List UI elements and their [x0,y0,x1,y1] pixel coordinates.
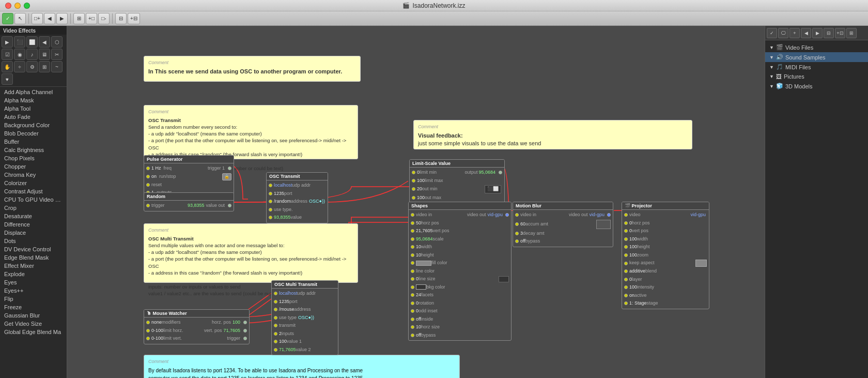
port-mb-bypass: off bypass [513,237,613,246]
random-actor: Random trigger 93,8355 value out [144,192,234,211]
sidebar-icon-play[interactable]: ▶ [2,36,13,48]
sidebar-item-chroma-key[interactable]: Chroma Key [0,171,67,179]
sidebar-icon-stop[interactable]: ⬛ [14,36,25,48]
sidebar-item-dv-device-control[interactable]: DV Device Control [0,245,67,253]
right-btn-next[interactable]: ▶ [812,28,823,38]
port-proj-active: on active [622,292,709,300]
sidebar-item-crop[interactable]: Crop [0,204,67,212]
maximize-button[interactable] [24,3,30,9]
port-name-bypass-shapes: bypass [421,332,436,339]
sidebar-icon-back[interactable]: ◀ [39,36,50,48]
titlebar: 🎬 IsadoraNetwork.izz [0,0,868,11]
sidebar-item-displace[interactable]: Displace [0,229,67,237]
add-scene-button[interactable]: □+ [32,13,43,24]
sidebar-icon-box[interactable]: ⬜ [26,36,38,48]
insert-scene-button[interactable]: +□ [86,13,97,24]
sidebar-icon-sound[interactable]: ♪ [26,49,38,60]
sidebar-item-auto-fade[interactable]: Auto Fade [0,113,67,121]
nav-right-button[interactable]: ▶ [56,13,68,24]
canvas-area[interactable]: Comment In This scene we send data using… [67,26,765,378]
tree-item-midi-files[interactable]: ▼ 🎵 MIDI Files [765,62,868,72]
port-name-m-transmit: transmit [279,322,296,329]
sidebar-item-effect-mixer[interactable]: Effect Mixer [0,262,67,270]
port-dot-addr [269,200,272,203]
grid-button[interactable]: ⊞ [73,13,85,24]
right-btn-add[interactable]: + [789,28,800,38]
right-btn-check[interactable]: ✓ [767,28,777,38]
sidebar-item-explode[interactable]: Explode [0,270,67,278]
sidebar-icon-hand[interactable]: ✋ [2,61,13,72]
tree-item-3d-models[interactable]: ▼ 🧊 3D Models [765,81,868,91]
sidebar-item-eyespp[interactable]: Eyes++ [0,286,67,295]
check-button[interactable]: ✓ [2,13,13,24]
cursor-button[interactable]: ↖ [14,13,26,24]
sidebar-item-contrast-adjust[interactable]: Contrast Adjust [0,187,67,195]
port-dot-proj-height [624,245,628,249]
sidebar-item-alpha-mask[interactable]: Alpha Mask [0,96,67,104]
sidebar-item-add-alpha[interactable]: Add Alpha Channel [0,88,67,96]
main-toolbar: ✓ ↖ □+ ◀ ▶ ⊞ +□ □- ⊟ +⊟ [0,11,868,26]
sidebar-icon-check[interactable]: ☑ [2,49,13,60]
sidebar-item-alpha-tool[interactable]: Alpha Tool [0,104,67,113]
minimize-button[interactable] [14,3,21,9]
sidebar-item-desaturate[interactable]: Desaturate [0,212,67,220]
window-title: IsadoraNetwork.izz [412,2,465,9]
sidebar-item-eyes[interactable]: Eyes [0,278,67,286]
shapes-actor: Shapes video in video out vid-gpu 50 hor… [408,202,512,341]
sidebar-item-blob-decoder[interactable]: Blob Decoder [0,129,67,138]
sidebar-item-freeze[interactable]: Freeze [0,303,67,311]
right-btn-prev[interactable]: ◀ [801,28,811,38]
port-val-proj-blend: additive [629,268,645,275]
sidebar-item-get-video-size[interactable]: Get Video Size [0,320,67,328]
tree-item-video-files[interactable]: ▼ 🎬 Video Files [765,42,868,52]
mouse-watcher-actor: 🖱 Mouse Watcher none modifiers horz. pos… [144,309,250,344]
port-width: 10 width [409,243,511,251]
right-btn-monitor[interactable]: 🖵 [778,28,788,38]
sidebar-item-buffer[interactable]: Buffer [0,138,67,146]
sidebar-item-flip[interactable]: Flip [0,295,67,303]
port-name-proj-layer: layer [632,276,642,283]
sidebar-item-calc-brightness[interactable]: Calc Brightness [0,146,67,154]
sidebar-item-edge-blend[interactable]: Edge Blend Mask [0,253,67,262]
sidebar-icon-hex[interactable]: ⬡ [51,36,63,48]
sidebar-item-chop-pixels[interactable]: Chop Pixels [0,154,67,162]
port-value-udp: localhost [274,182,292,189]
port-line-size: 0 line size [409,275,511,283]
tree-item-pictures[interactable]: ▼ 🖼 Pictures [765,72,868,81]
right-btn-expand[interactable]: +⊡ [835,28,845,38]
sidebar-item-background-color[interactable]: Background Color [0,121,67,129]
port-val-height: 10 [416,252,421,259]
sidebar-icon-monitor[interactable]: 🖥 [39,49,50,60]
sidebar-item-gaussian-blur[interactable]: Gaussian Blur [0,311,67,320]
sidebar-item-chopper[interactable]: Chopper [0,162,67,171]
close-button[interactable] [5,3,11,9]
collapse-button[interactable]: ⊟ [115,13,127,24]
sidebar-icon-heart[interactable]: ♥ [2,73,13,85]
remove-scene-button[interactable]: □- [98,13,110,24]
sidebar-icon-grid[interactable]: ⊞ [39,61,50,72]
port-dot-proj-blend [624,269,628,273]
sidebar-item-colorizer[interactable]: Colorizer [0,179,67,187]
sidebar-icon-dot[interactable]: ◉ [14,49,25,60]
tree-item-sound-samples[interactable]: ▼ 🔊 Sound Samples [765,52,868,62]
sidebar-icon-div[interactable]: ÷ [14,61,25,72]
sidebar-icon-tool[interactable]: ✂ [51,49,63,60]
expand-button[interactable]: +⊟ [128,13,140,24]
window-controls[interactable] [5,3,30,9]
comment-text-1: In This scene we send data using OSC to … [148,68,356,75]
sidebar-item-cpu-gpu[interactable]: CPU To GPU Video Cor [0,195,67,204]
port-dot-trigger-in [146,204,150,207]
tree-arrow-midi: ▼ [769,65,774,70]
port-dot-line-color [411,269,414,273]
sidebar-item-dots[interactable]: Dots [0,237,67,245]
right-btn-grid[interactable]: ⊞ [846,28,857,38]
projector-icon: 🎬 [625,203,630,208]
sidebar-item-global-edge[interactable]: Global Edge Blend Ma [0,328,67,336]
sidebar-icon-gear[interactable]: ⚙ [26,61,38,72]
projector-ports: video vid-gpu 0 horz pos 0 vert pos 100 [622,210,709,309]
nav-left-button[interactable]: ◀ [44,13,55,24]
port-name-lmax: limit max [425,177,443,185]
sidebar-icon-wave[interactable]: ~ [51,61,63,72]
sidebar-item-difference[interactable]: Difference [0,220,67,229]
right-btn-collapse[interactable]: ⊟ [824,28,834,38]
